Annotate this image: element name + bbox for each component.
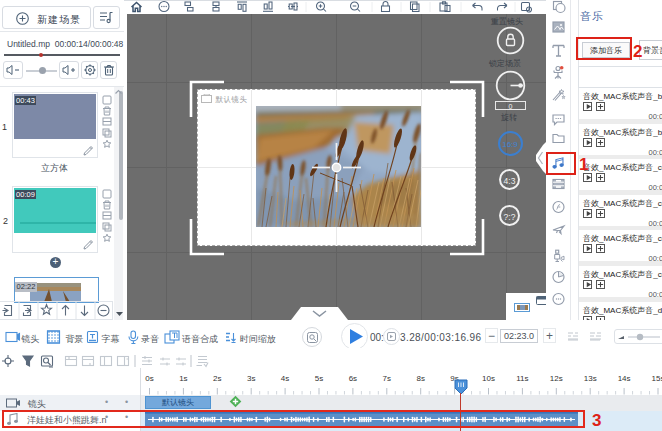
svg-text:1s: 1s (179, 374, 187, 383)
svg-text:13s: 13s (584, 374, 597, 383)
svg-text:7s: 7s (383, 374, 391, 383)
svg-text:8s: 8s (416, 374, 424, 383)
svg-text:5s: 5s (315, 374, 323, 383)
svg-text:3s: 3s (247, 374, 255, 383)
svg-text:录音: 录音 (141, 334, 159, 344)
svg-text:11s: 11s (516, 374, 528, 383)
svg-text:时间缩放: 时间缩放 (240, 334, 276, 344)
svg-text:背景: 背景 (66, 334, 84, 344)
svg-text:14s: 14s (618, 374, 631, 383)
svg-text:4s: 4s (281, 374, 289, 383)
svg-text:语音合成: 语音合成 (182, 334, 218, 344)
svg-text:12s: 12s (550, 374, 563, 383)
svg-text:6s: 6s (349, 374, 357, 383)
svg-text:字幕: 字幕 (102, 334, 120, 344)
svg-text:0s: 0s (145, 374, 153, 383)
svg-text:镜头: 镜头 (21, 334, 40, 344)
svg-text:15s: 15s (652, 374, 662, 383)
svg-text:10s: 10s (482, 374, 495, 383)
svg-text:2s: 2s (213, 374, 221, 383)
